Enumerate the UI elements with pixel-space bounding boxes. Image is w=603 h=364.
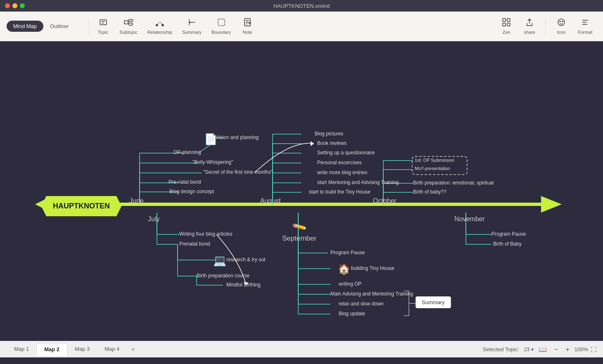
tab-mind-map[interactable]: Mind Map (7, 21, 43, 32)
map-tab-1[interactable]: Map 1 (7, 343, 36, 356)
subtopic-icon (124, 18, 133, 29)
svg-point-8 (162, 24, 164, 26)
subtopic-label: Subtopic (120, 30, 138, 35)
vision-icon: 📄 (204, 133, 217, 146)
summary-box-label: Summary (422, 299, 445, 305)
view-tabs: Mind Map Outliner (7, 21, 76, 32)
tool-icon[interactable]: Icon (551, 16, 572, 36)
svg-rect-17 (503, 23, 506, 26)
topic-icon (99, 18, 108, 29)
statusbar-right: Selected Topic: 23 ▾ 📖 − + 100% ⛶ (483, 345, 596, 354)
selected-topic-label: Selected Topic: (483, 346, 519, 352)
tool-format[interactable]: Format (574, 16, 596, 36)
zen-icon (502, 18, 511, 29)
zoom-out-button[interactable]: − (552, 345, 560, 354)
topic-count: 23 ▾ (524, 347, 534, 352)
tab-outliner[interactable]: Outliner (43, 21, 76, 32)
relationship-label: Relationship (147, 30, 172, 35)
svg-rect-16 (507, 19, 510, 21)
toolbar-divider-2 (545, 18, 546, 35)
titlebar: HAUPTKNOTEN.xmind (0, 0, 603, 12)
tool-relationship[interactable]: Relationship (143, 16, 176, 36)
zoom-level: 100% (575, 346, 588, 352)
map-tabs: Map 1 Map 2 Map 3 Map 4 + (7, 343, 139, 356)
topic-label: Topic (98, 30, 109, 35)
tool-boundary[interactable]: Boundary (207, 16, 235, 36)
svg-rect-0 (100, 20, 107, 25)
note-label: Note (243, 30, 252, 35)
tool-subtopic[interactable]: Subtopic (116, 16, 142, 36)
boundary-icon (217, 18, 226, 29)
icon-label: Icon (557, 30, 566, 35)
tool-share[interactable]: share (519, 16, 540, 36)
mindmap-svg (0, 41, 603, 341)
summary-icon (188, 18, 197, 29)
zoom-expand-icon[interactable]: ⛶ (591, 346, 596, 353)
summary-box[interactable]: Summary (415, 296, 451, 308)
format-label: Format (578, 30, 592, 35)
house-icon: 🏠 (338, 263, 350, 275)
svg-rect-15 (503, 19, 506, 21)
tool-zen[interactable]: Zen (496, 16, 517, 36)
window-title: HAUPTKNOTEN.xmind (273, 3, 330, 9)
svg-point-20 (560, 21, 560, 22)
zen-label: Zen (503, 30, 510, 35)
note-icon (243, 18, 252, 29)
svg-rect-4 (129, 19, 133, 21)
statusbar: Map 1 Map 2 Map 3 Map 4 + Selected Topic… (0, 341, 603, 357)
canvas[interactable]: HAUPTKNOTEN 📄 June July August September… (0, 41, 603, 341)
relationship-icon (155, 18, 164, 29)
svg-rect-18 (507, 23, 510, 26)
main-node-label: HAUPTKNOTEN (53, 202, 110, 210)
tool-topic[interactable]: Topic (93, 16, 114, 36)
topic-count-value: 23 (524, 347, 529, 352)
close-button[interactable] (5, 3, 10, 8)
svg-rect-5 (129, 23, 133, 25)
toolbar-right: Zen share Icon (496, 16, 596, 36)
map-tab-3[interactable]: Map 3 (67, 343, 97, 356)
svg-point-19 (558, 19, 565, 26)
share-icon (525, 18, 534, 29)
map-tab-2[interactable]: Map 2 (36, 343, 67, 356)
map-tab-4[interactable]: Map 4 (97, 343, 127, 356)
summary-label: Summary (182, 30, 202, 35)
svg-rect-10 (218, 19, 225, 26)
icon-tool-icon (557, 18, 566, 29)
svg-rect-3 (124, 21, 128, 24)
dictionary-icon: 📖 (539, 345, 547, 353)
format-icon (581, 18, 590, 29)
zoom-in-button[interactable]: + (563, 345, 572, 354)
toolbar-divider-1 (89, 18, 89, 35)
tool-note[interactable]: Note (237, 16, 258, 36)
svg-point-7 (156, 24, 158, 26)
chevron-down-icon[interactable]: ▾ (531, 347, 534, 352)
main-node[interactable]: HAUPTKNOTEN (41, 196, 121, 216)
add-tab-button[interactable]: + (127, 343, 139, 356)
svg-marker-30 (244, 282, 249, 285)
tool-summary[interactable]: Summary (178, 16, 206, 36)
toolbar: Mind Map Outliner Topic (0, 12, 603, 41)
boundary-label: Boundary (211, 30, 231, 35)
boundary-box (412, 156, 468, 175)
zoom-controls: − + 100% ⛶ (552, 345, 596, 354)
laptop-icon: 💻 (213, 254, 226, 267)
tool-group-main: Topic Subtopic Relationship (93, 16, 259, 36)
share-label: share (524, 30, 535, 35)
minimize-button[interactable] (12, 3, 17, 8)
svg-point-21 (562, 21, 563, 22)
svg-marker-29 (311, 141, 314, 146)
window-controls[interactable] (5, 3, 25, 8)
maximize-button[interactable] (20, 3, 25, 8)
